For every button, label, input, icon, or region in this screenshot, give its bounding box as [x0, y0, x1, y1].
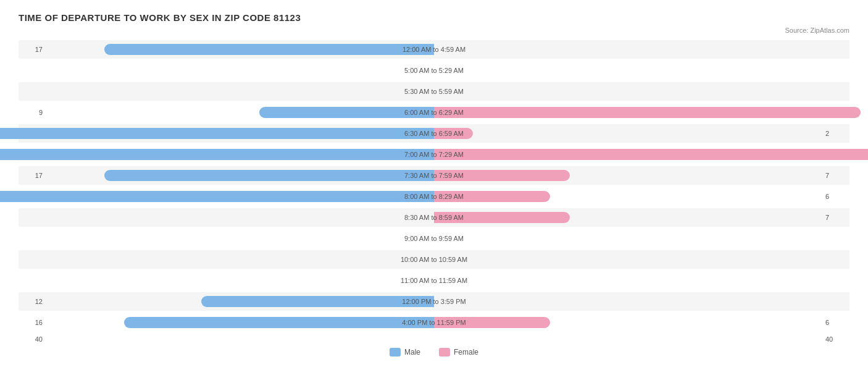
- time-label: 8:30 AM to 8:59 AM: [404, 214, 464, 221]
- legend-female-label: Female: [454, 348, 478, 356]
- chart-wrapper: TIME OF DEPARTURE TO WORK BY SEX IN ZIP …: [19, 12, 849, 356]
- legend: Male Female: [19, 348, 849, 356]
- time-label: 5:00 AM to 5:29 AM: [404, 67, 464, 74]
- female-bar: [434, 107, 861, 118]
- legend-female-box: [439, 348, 450, 356]
- bars-container: 6:00 AM to 6:29 AM: [46, 103, 822, 122]
- bars-container: 5:30 AM to 5:59 AM: [46, 82, 822, 101]
- bars-container: 6:30 AM to 6:59 AM: [46, 124, 822, 143]
- time-label: 8:00 AM to 8:29 AM: [404, 193, 464, 200]
- legend-male-box: [390, 348, 401, 356]
- male-value-label: 17: [19, 172, 46, 179]
- time-label: 10:00 AM to 10:59 AM: [401, 256, 467, 263]
- time-label: 6:00 AM to 6:29 AM: [404, 109, 464, 116]
- time-label: 9:00 AM to 9:59 AM: [404, 235, 464, 242]
- bars-container: 7:00 AM to 7:29 AM: [46, 145, 822, 164]
- time-label: 6:30 AM to 6:59 AM: [404, 130, 464, 137]
- male-bar: [201, 296, 434, 307]
- female-value-label: 6: [822, 193, 849, 200]
- chart-row: 11:00 AM to 11:59 AM: [19, 271, 849, 290]
- axis-right-label: 40: [822, 335, 849, 343]
- bars-container: 4:00 PM to 11:59 PM: [46, 313, 822, 332]
- male-bar: [0, 191, 434, 202]
- female-bar: [434, 149, 868, 160]
- chart-row: 5:00 AM to 5:29 AM: [19, 61, 849, 80]
- source-text: Source: ZipAtlas.com: [19, 27, 849, 34]
- male-value-label: 16: [19, 319, 46, 326]
- bars-container: 5:00 AM to 5:29 AM: [46, 61, 822, 80]
- male-bar: [0, 149, 434, 160]
- female-value-label: 6: [822, 319, 849, 326]
- chart-row: 10:00 AM to 10:59 AM: [19, 250, 849, 269]
- chart-row: 9:00 AM to 9:59 AM: [19, 229, 849, 248]
- chart-row: 177:30 AM to 7:59 AM7: [19, 166, 849, 185]
- bars-container: 7:30 AM to 7:59 AM: [46, 166, 822, 185]
- chart-row: 5:30 AM to 5:59 AM: [19, 82, 849, 101]
- time-label: 12:00 AM to 4:59 AM: [403, 46, 465, 53]
- chart-row: 307:00 AM to 7:29 AM32: [19, 145, 849, 164]
- bars-container: 8:00 AM to 8:29 AM: [46, 187, 822, 206]
- male-value-label: 17: [19, 46, 46, 53]
- legend-male-label: Male: [404, 348, 420, 356]
- axis-left-label: 40: [19, 335, 46, 343]
- bars-container: 10:00 AM to 10:59 AM: [46, 250, 822, 269]
- chart-row: 96:00 AM to 6:29 AM22: [19, 103, 849, 122]
- time-label: 12:00 PM to 3:59 PM: [402, 298, 465, 305]
- chart-row: 8:30 AM to 8:59 AM7: [19, 208, 849, 227]
- chart-row: 1212:00 PM to 3:59 PM: [19, 292, 849, 311]
- chart-row: 298:00 AM to 8:29 AM6: [19, 187, 849, 206]
- male-value-label: 12: [19, 298, 46, 305]
- chart-row: 164:00 PM to 11:59 PM6: [19, 313, 849, 332]
- time-label: 4:00 PM to 11:59 PM: [402, 319, 465, 326]
- time-label: 5:30 AM to 5:59 AM: [404, 88, 464, 95]
- bars-container: 12:00 PM to 3:59 PM: [46, 292, 822, 311]
- male-value-label: 9: [19, 109, 46, 116]
- time-label: 7:30 AM to 7:59 AM: [404, 172, 464, 179]
- chart-row: 276:30 AM to 6:59 AM2: [19, 124, 849, 143]
- male-bar: [104, 44, 434, 55]
- female-value-label: 2: [822, 130, 849, 137]
- male-bar: [104, 170, 434, 181]
- chart-row: 1712:00 AM to 4:59 AM: [19, 40, 849, 59]
- bars-container: 8:30 AM to 8:59 AM: [46, 208, 822, 227]
- male-bar: [124, 317, 434, 328]
- female-value-label: 7: [822, 172, 849, 179]
- axis-row: 40 40: [19, 335, 849, 343]
- bars-container: 12:00 AM to 4:59 AM: [46, 40, 822, 59]
- chart-title: TIME OF DEPARTURE TO WORK BY SEX IN ZIP …: [19, 12, 849, 23]
- legend-female: Female: [439, 348, 478, 356]
- time-label: 7:00 AM to 7:29 AM: [404, 151, 464, 158]
- bars-container: 9:00 AM to 9:59 AM: [46, 229, 822, 248]
- legend-male: Male: [390, 348, 420, 356]
- chart-area: 1712:00 AM to 4:59 AM5:00 AM to 5:29 AM5…: [19, 40, 849, 332]
- time-label: 11:00 AM to 11:59 AM: [401, 277, 467, 284]
- bars-container: 11:00 AM to 11:59 AM: [46, 271, 822, 290]
- female-value-label: 7: [822, 214, 849, 221]
- male-bar: [0, 128, 434, 139]
